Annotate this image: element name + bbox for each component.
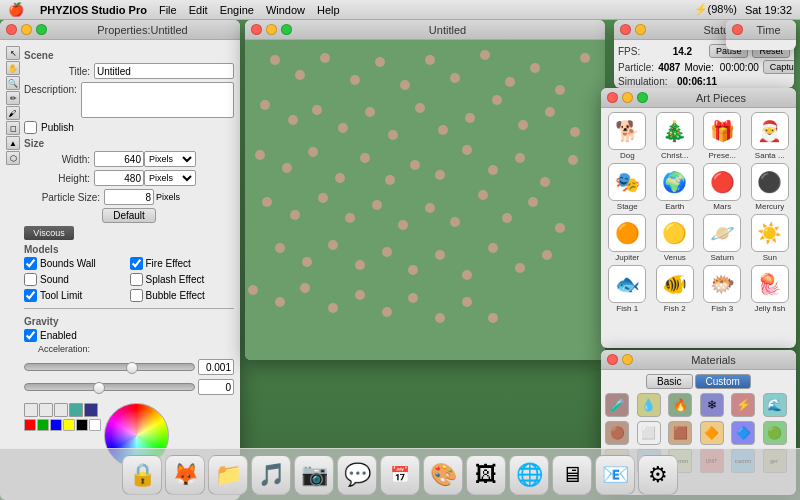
menu-file[interactable]: File [159, 4, 177, 16]
mat-item-9[interactable]: 🟫 [668, 421, 692, 445]
art-item-3[interactable]: 🎅 Santa ... [748, 112, 793, 160]
menu-edit[interactable]: Edit [189, 4, 208, 16]
dock-calendar[interactable]: 📅 [380, 455, 420, 495]
art-item-15[interactable]: 🪼 Jelly fish [748, 265, 793, 313]
viscous-button[interactable]: Viscous [24, 226, 74, 240]
gravity-enabled-check[interactable] [24, 329, 37, 342]
mat-item-2[interactable]: 💧 [637, 393, 661, 417]
mat-item-4[interactable]: ❄ [700, 393, 724, 417]
art-close[interactable] [607, 92, 618, 103]
color-tool-4[interactable] [69, 403, 83, 417]
art-item-7[interactable]: ⚫ Mercury [748, 163, 793, 211]
apple-menu[interactable]: 🍎 [8, 2, 24, 17]
swatch-white[interactable] [89, 419, 101, 431]
gravity-value-input[interactable] [198, 359, 234, 375]
mat-item-5[interactable]: ⚡ [731, 393, 755, 417]
dock-ai[interactable]: 🎨 [423, 455, 463, 495]
tool-hand[interactable]: ✋ [6, 61, 20, 75]
art-item-10[interactable]: 🪐 Saturn [700, 214, 745, 262]
gravity-value-input-2[interactable] [198, 379, 234, 395]
height-input[interactable] [94, 170, 144, 186]
slider-track-1[interactable] [24, 363, 195, 371]
dock-browser[interactable]: 🌐 [509, 455, 549, 495]
mat-item-8[interactable]: ⬜ [637, 421, 661, 445]
art-item-11[interactable]: ☀️ Sun [748, 214, 793, 262]
fire-effect-check[interactable] [130, 257, 143, 270]
bubble-effect-check[interactable] [130, 289, 143, 302]
slider-track-2[interactable] [24, 383, 195, 391]
mat-item-7[interactable]: 🟤 [605, 421, 629, 445]
particle-size-input[interactable] [104, 189, 154, 205]
art-item-8[interactable]: 🟠 Jupiter [605, 214, 650, 262]
slider-thumb-1[interactable] [126, 362, 138, 374]
tool-pen[interactable]: ✏ [6, 91, 20, 105]
dock-terminal[interactable]: 🖥 [552, 455, 592, 495]
swatch-red[interactable] [24, 419, 36, 431]
width-input[interactable] [94, 151, 144, 167]
dock-finder[interactable]: 🔒 [122, 455, 162, 495]
tool-cursor[interactable]: ↖ [6, 46, 20, 60]
art-item-13[interactable]: 🐠 Fish 2 [653, 265, 698, 313]
mat-close[interactable] [607, 354, 618, 365]
mat-item-10[interactable]: 🔶 [700, 421, 724, 445]
dock-ps[interactable]: 🖼 [466, 455, 506, 495]
color-tool-2[interactable] [39, 403, 53, 417]
dock-prefs[interactable]: ⚙ [638, 455, 678, 495]
art-item-2[interactable]: 🎁 Prese... [700, 112, 745, 160]
maximize-btn[interactable] [36, 24, 47, 35]
mat-item-11[interactable]: 🔷 [731, 421, 755, 445]
art-item-1[interactable]: 🎄 Christ... [653, 112, 698, 160]
tool-eraser[interactable]: ◻ [6, 121, 20, 135]
swatch-yellow[interactable] [63, 419, 75, 431]
color-tool-5[interactable] [84, 403, 98, 417]
menu-help[interactable]: Help [317, 4, 340, 16]
dock-skype[interactable]: 💬 [337, 455, 377, 495]
art-item-14[interactable]: 🐡 Fish 3 [700, 265, 745, 313]
mat-tab-basic[interactable]: Basic [646, 374, 692, 389]
title-input[interactable] [94, 63, 234, 79]
mat-item-1[interactable]: 🧪 [605, 393, 629, 417]
status-min[interactable] [635, 24, 646, 35]
color-tool-3[interactable] [54, 403, 68, 417]
dock-firefox[interactable]: 🦊 [165, 455, 205, 495]
art-max[interactable] [637, 92, 648, 103]
menu-engine[interactable]: Engine [220, 4, 254, 16]
art-item-12[interactable]: 🐟 Fish 1 [605, 265, 650, 313]
tool-zoom[interactable]: 🔍 [6, 76, 20, 90]
tool-limit-check[interactable] [24, 289, 37, 302]
tool-picker[interactable]: ▲ [6, 136, 20, 150]
untitled-max[interactable] [281, 24, 292, 35]
sound-check[interactable] [24, 273, 37, 286]
art-item-4[interactable]: 🎭 Stage [605, 163, 650, 211]
art-min[interactable] [622, 92, 633, 103]
art-item-9[interactable]: 🟡 Venus [653, 214, 698, 262]
mat-item-12[interactable]: 🟢 [763, 421, 787, 445]
color-tool-1[interactable] [24, 403, 38, 417]
swatch-green[interactable] [37, 419, 49, 431]
art-item-0[interactable]: 🐕 Dog [605, 112, 650, 160]
swatch-black[interactable] [76, 419, 88, 431]
publish-checkbox[interactable] [24, 121, 37, 134]
dock-music[interactable]: 🎵 [251, 455, 291, 495]
art-item-5[interactable]: 🌍 Earth [653, 163, 698, 211]
bounds-wall-check[interactable] [24, 257, 37, 270]
default-button[interactable]: Default [102, 208, 156, 223]
menu-window[interactable]: Window [266, 4, 305, 16]
time-close[interactable] [732, 24, 743, 35]
tool-shape[interactable]: ⬡ [6, 151, 20, 165]
description-textarea[interactable] [81, 82, 234, 118]
swatch-blue[interactable] [50, 419, 62, 431]
mat-item-6[interactable]: 🌊 [763, 393, 787, 417]
dock-filezilla[interactable]: 📁 [208, 455, 248, 495]
mat-item-3[interactable]: 🔥 [668, 393, 692, 417]
minimize-btn[interactable] [21, 24, 32, 35]
dock-mail[interactable]: 📧 [595, 455, 635, 495]
dock-camera[interactable]: 📷 [294, 455, 334, 495]
splash-effect-check[interactable] [130, 273, 143, 286]
tool-brush[interactable]: 🖌 [6, 106, 20, 120]
art-item-6[interactable]: 🔴 Mars [700, 163, 745, 211]
mat-tab-custom[interactable]: Custom [695, 374, 751, 389]
status-close[interactable] [620, 24, 631, 35]
untitled-min[interactable] [266, 24, 277, 35]
slider-thumb-2[interactable] [93, 382, 105, 394]
